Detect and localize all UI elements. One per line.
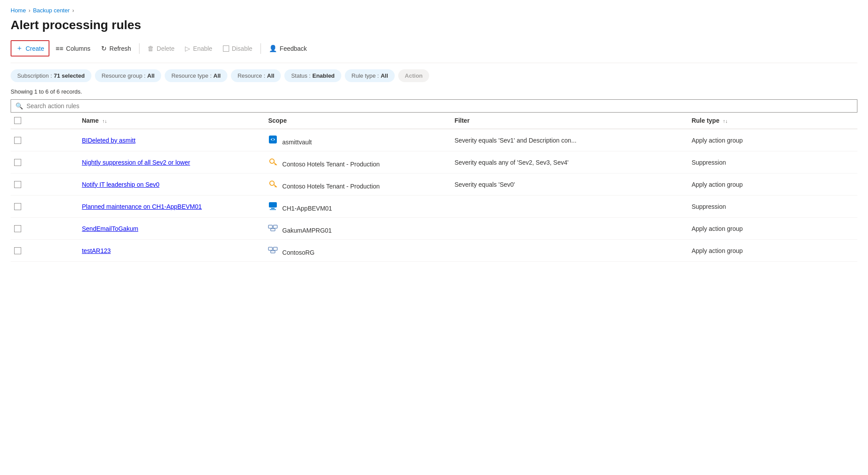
disable-label: Disable [232,45,253,52]
plus-icon: ＋ [16,44,23,53]
breadcrumb-sep2: › [72,8,74,14]
search-icon: 🔍 [15,102,23,109]
table-row: Notify IT leadership on Sev0 Contoso Hot… [11,173,857,196]
breadcrumb: Home › Backup center › [11,7,857,14]
col-header-ruletype[interactable]: Rule type ↑↓ [688,113,857,129]
row-filter-cell-4 [451,218,688,240]
row-filter-cell-5 [451,240,688,262]
row-name-cell-1: Nightly suppression of all Sev2 or lower [78,151,264,173]
row-ruletype-cell-3: Suppression [688,196,857,218]
filter-resource-group[interactable]: Resource group : All [95,69,161,82]
svg-rect-16 [268,247,272,250]
row-name-link-3[interactable]: Planned maintenance on CH1-AppBEVM01 [82,203,202,210]
svg-rect-10 [269,202,277,207]
toolbar-separator-1 [139,43,140,54]
row-checkbox-0[interactable] [14,137,21,144]
svg-rect-11 [271,208,275,209]
toolbar-separator-2 [260,43,261,54]
svg-rect-12 [270,209,276,210]
filter-rg-label: Resource group : [102,72,146,79]
row-checkbox-2[interactable] [14,181,21,188]
table-row: BIDeleted by asmitt asmittvault Severity… [11,129,857,151]
row-scope-cell-3: CH1-AppBEVM01 [264,196,451,218]
row-checkbox-cell-5[interactable] [11,240,78,262]
row-checkbox-cell-1[interactable] [11,151,78,173]
disable-icon [223,45,229,52]
create-label: Create [26,45,44,52]
filter-ruletype-label: Rule type : [351,72,379,79]
row-checkbox-5[interactable] [14,247,21,254]
col-header-name[interactable]: Name ↑↓ [78,113,264,129]
breadcrumb-backup-center[interactable]: Backup center [33,7,70,14]
scope-text-2: Contoso Hotels Tenant - Production [282,183,380,190]
filter-subscription-label: Subscription : [17,72,52,79]
filter-status-value: Enabled [312,72,335,79]
row-scope-cell-1: Contoso Hotels Tenant - Production [264,151,451,173]
columns-button[interactable]: ≡≡ Columns [51,42,95,55]
columns-icon: ≡≡ [56,45,64,52]
row-checkbox-3[interactable] [14,203,21,210]
filter-rg-value: All [147,72,155,79]
ruletype-text-1: Suppression [691,159,726,166]
row-name-cell-4: SendEmailToGakum [78,218,264,240]
col-header-scope: Scope [264,113,451,129]
row-ruletype-cell-2: Apply action group [688,173,857,196]
svg-rect-17 [273,247,277,250]
toolbar: ＋ Create ≡≡ Columns ↻ Refresh 🗑 Delete ▷… [11,40,857,63]
row-checkbox-cell-0[interactable] [11,129,78,151]
filter-status[interactable]: Status : Enabled [284,69,341,82]
scope-text-4: GakumAMPRG01 [282,227,332,234]
row-ruletype-cell-5: Apply action group [688,240,857,262]
filter-action[interactable]: Action [398,69,429,82]
filter-resource-label: Resource : [238,72,265,79]
row-checkbox-1[interactable] [14,159,21,166]
row-scope-cell-4: GakumAMPRG01 [264,218,451,240]
row-scope-cell-0: asmittvault [264,129,451,151]
row-name-link-1[interactable]: Nightly suppression of all Sev2 or lower [82,159,190,166]
disable-button[interactable]: Disable [219,42,257,55]
row-name-link-2[interactable]: Notify IT leadership on Sev0 [82,181,159,188]
row-name-cell-5: testAR123 [78,240,264,262]
row-checkbox-cell-4[interactable] [11,218,78,240]
row-checkbox-cell-3[interactable] [11,196,78,218]
select-all-checkbox[interactable] [14,117,21,124]
row-checkbox-cell-2[interactable] [11,173,78,196]
refresh-icon: ↻ [101,45,107,53]
enable-button[interactable]: ▷ Enable [181,42,217,55]
scope-icon-3 [268,201,278,211]
col-name-sort-icon: ↑↓ [102,118,107,124]
row-name-cell-2: Notify IT leadership on Sev0 [78,173,264,196]
row-name-link-0[interactable]: BIDeleted by asmitt [82,137,135,144]
row-filter-cell-0: Severity equals 'Sev1' and Description c… [451,129,688,151]
refresh-button[interactable]: ↻ Refresh [97,42,136,55]
row-name-link-4[interactable]: SendEmailToGakum [82,225,138,232]
filter-rule-type[interactable]: Rule type : All [345,69,395,82]
scope-icon-4 [268,223,278,233]
create-button[interactable]: ＋ Create [11,40,49,57]
delete-icon: 🗑 [147,45,154,52]
filter-ruletype-value: All [381,72,388,79]
scope-icon-5 [268,245,278,255]
delete-button[interactable]: 🗑 Delete [143,42,179,55]
row-name-link-5[interactable]: testAR123 [82,247,110,254]
col-filter-label: Filter [454,117,469,124]
feedback-button[interactable]: 👤 Feedback [264,42,311,55]
page-title: Alert processing rules [11,18,857,32]
search-input[interactable] [26,102,853,109]
scope-icon-2 [268,179,278,188]
breadcrumb-home[interactable]: Home [11,7,26,14]
row-ruletype-cell-1: Suppression [688,151,857,173]
filter-resource[interactable]: Resource : All [231,69,281,82]
filter-resource-type[interactable]: Resource type : All [165,69,227,82]
row-checkbox-4[interactable] [14,225,21,232]
row-scope-cell-5: ContosoRG [264,240,451,262]
breadcrumb-sep1: › [29,8,30,14]
ruletype-text-5: Apply action group [691,247,743,254]
filter-subscription-value: 71 selected [54,72,85,79]
filter-subscription[interactable]: Subscription : 71 selected [11,69,91,82]
row-filter-cell-1: Severity equals any of 'Sev2, Sev3, Sev4… [451,151,688,173]
col-ruletype-label: Rule type [691,117,719,124]
ruletype-text-4: Apply action group [691,225,743,232]
select-all-header[interactable] [11,113,78,129]
svg-rect-13 [268,225,272,228]
